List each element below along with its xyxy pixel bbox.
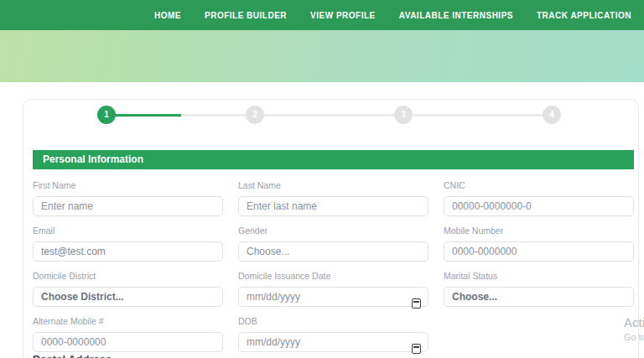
nav-item-profile-builder[interactable]: PROFILE BUILDER — [205, 11, 287, 20]
mobile-number-label: Mobile Number — [444, 226, 634, 236]
domicile-district-label: Domicile District — [33, 271, 223, 281]
field-mobile-number: Mobile Number — [444, 226, 634, 262]
field-gender: Gender Choose... — [238, 226, 428, 262]
cnic-input[interactable] — [444, 196, 634, 216]
nav-item-available-internships[interactable]: AVAILABLE INTERNSHIPS — [399, 11, 513, 20]
email-label: Email — [33, 226, 223, 236]
last-name-label: Last Name — [238, 180, 428, 190]
alternate-mobile-label: Alternate Mobile # — [33, 316, 223, 326]
field-domicile-district: Domicile District Choose District... — [33, 271, 223, 307]
cnic-label: CNIC — [444, 180, 634, 190]
field-cnic: CNIC — [444, 180, 634, 216]
email-input[interactable] — [33, 241, 223, 262]
field-marital-status: Marital Status Choose... — [444, 271, 634, 307]
calendar-icon[interactable] — [412, 344, 421, 354]
dob-input[interactable] — [238, 332, 428, 352]
first-name-label: First Name — [33, 180, 223, 190]
nav-item-home[interactable]: HOME — [154, 11, 181, 20]
nav-item-track-application[interactable]: TRACK APPLICATION — [537, 11, 631, 20]
stepper-step-2[interactable]: 2 — [246, 106, 264, 124]
profile-form-card: 1 2 3 4 Personal Information First Name … — [23, 99, 639, 358]
stepper-connector-2 — [264, 114, 394, 117]
field-last-name: Last Name — [238, 180, 428, 216]
alternate-mobile-input[interactable] — [33, 332, 223, 352]
dob-label: DOB — [238, 316, 428, 326]
top-navbar: HOME PROFILE BUILDER VIEW PROFILE AVAILA… — [0, 0, 644, 30]
gender-select[interactable]: Choose... — [238, 241, 428, 262]
watermark-line1: Activate Windows — [624, 315, 644, 329]
field-domicile-issuance-date: Domicile Issuance Date — [238, 271, 428, 307]
stepper-step-4[interactable]: 4 — [543, 106, 561, 124]
marital-status-select[interactable]: Choose... — [444, 287, 634, 307]
personal-information-form: First Name Last Name CNIC Email Gender C… — [33, 180, 634, 352]
first-name-input[interactable] — [33, 196, 223, 216]
stepper-connector-3 — [413, 114, 543, 117]
watermark-line2: Go to Settings to activate Windows. — [624, 332, 644, 342]
nav-item-view-profile[interactable]: VIEW PROFILE — [310, 11, 376, 20]
field-first-name: First Name — [33, 180, 223, 216]
postal-address-section-title: Postal Address — [33, 353, 112, 358]
calendar-icon[interactable] — [412, 298, 421, 309]
gender-label: Gender — [238, 226, 428, 236]
domicile-district-select[interactable]: Choose District... — [33, 287, 223, 307]
stepper-step-1[interactable]: 1 — [97, 106, 116, 124]
hero-gradient-banner — [0, 30, 644, 82]
field-dob: DOB — [238, 316, 428, 352]
field-alternate-mobile: Alternate Mobile # — [33, 316, 223, 352]
section-header-personal-information: Personal Information — [33, 150, 634, 169]
mobile-number-input[interactable] — [444, 241, 634, 262]
domicile-issuance-date-label: Domicile Issuance Date — [238, 271, 428, 281]
marital-status-label: Marital Status — [444, 271, 634, 281]
last-name-input[interactable] — [238, 196, 428, 216]
page: HOME PROFILE BUILDER VIEW PROFILE AVAILA… — [0, 0, 644, 358]
stepper-progress-line — [116, 114, 181, 117]
field-email: Email — [33, 226, 223, 262]
stepper-connector-1 — [181, 114, 246, 117]
domicile-issuance-date-input[interactable] — [238, 287, 428, 307]
windows-activation-watermark: Activate Windows Go to Settings to activ… — [624, 315, 644, 342]
stepper-step-3[interactable]: 3 — [394, 106, 413, 124]
